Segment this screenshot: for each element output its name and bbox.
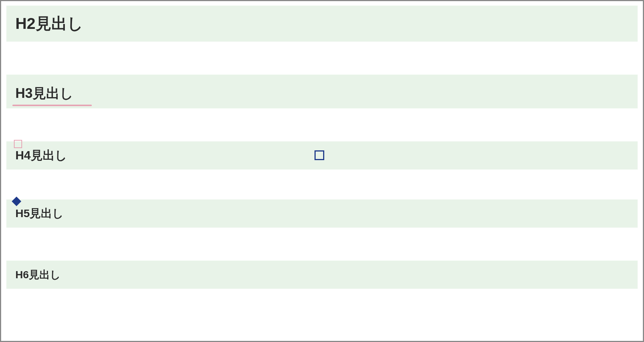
h4-heading-block: H4見出し bbox=[6, 141, 638, 170]
h5-heading-text: H5見出し bbox=[15, 206, 64, 221]
spacer bbox=[6, 170, 638, 200]
h3-heading-text: H3見出し bbox=[15, 84, 73, 103]
pink-square-icon bbox=[14, 140, 22, 148]
spacer bbox=[6, 108, 638, 141]
spacer bbox=[6, 228, 638, 261]
h6-heading-text: H6見出し bbox=[15, 268, 61, 282]
h2-heading-text: H2見出し bbox=[15, 13, 83, 34]
spacer bbox=[6, 42, 638, 75]
h3-underline-accent bbox=[12, 105, 92, 106]
h4-heading-text: H4見出し bbox=[15, 147, 67, 164]
h5-heading-block: H5見出し bbox=[6, 200, 638, 228]
h3-heading-block: H3見出し bbox=[6, 75, 638, 108]
h2-heading-block: H2見出し bbox=[6, 6, 638, 42]
h6-heading-block: H6見出し bbox=[6, 261, 638, 289]
document-frame: H2見出し H3見出し H4見出し H5見出し H6見出し bbox=[0, 0, 644, 342]
blue-square-icon bbox=[315, 150, 324, 160]
